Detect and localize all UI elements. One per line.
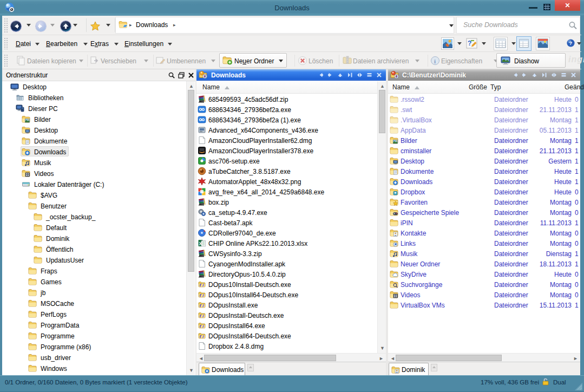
svg-text:?: ? <box>569 40 572 46</box>
svg-text:i: i <box>434 58 436 64</box>
svg-text:X: X <box>199 241 202 246</box>
